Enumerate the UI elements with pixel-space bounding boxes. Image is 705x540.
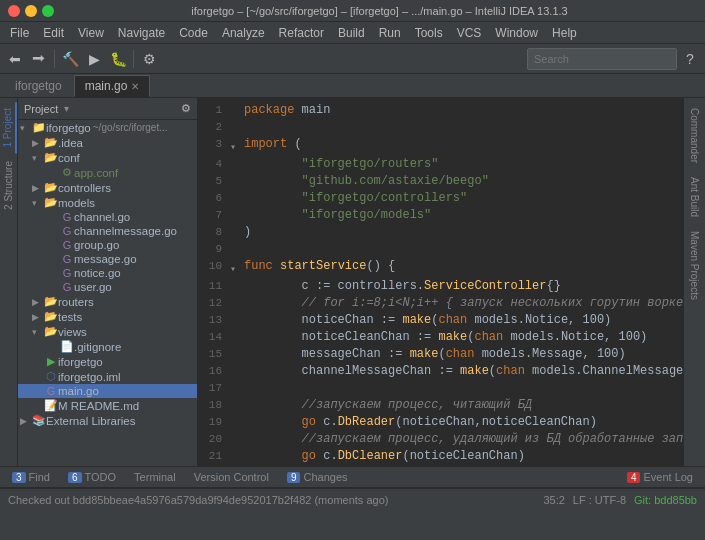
tree-user[interactable]: G user.go	[18, 280, 197, 294]
line-arrow-8	[230, 224, 244, 227]
tree-notice[interactable]: G notice.go	[18, 266, 197, 280]
toolbar-separator-2	[133, 50, 134, 68]
git-commit-status: Checked out bdd85bbeae4a5976a579da9f94de…	[8, 494, 388, 506]
editor-area: 1 package main 2 3 ▾ import ( 4 "iforget…	[198, 98, 683, 466]
changes-num: 9	[287, 472, 301, 483]
debug-button[interactable]: 🐛	[107, 48, 129, 70]
tree-iforgetgo-exe[interactable]: ▶ iforgetgo	[18, 354, 197, 369]
help-button[interactable]: ?	[679, 48, 701, 70]
tree-channelmessage[interactable]: G channelmessage.go	[18, 224, 197, 238]
tree-views[interactable]: ▾ 📂 views	[18, 324, 197, 339]
tree-idea[interactable]: ▶ 📂 .idea	[18, 135, 197, 150]
menu-item-view[interactable]: View	[72, 24, 110, 42]
extlibs-icon: 📚	[32, 414, 46, 427]
menu-item-vcs[interactable]: VCS	[451, 24, 488, 42]
todo-label: TODO	[85, 471, 117, 483]
menu-item-tools[interactable]: Tools	[409, 24, 449, 42]
line-arrow-2	[230, 119, 244, 122]
menu-item-code[interactable]: Code	[173, 24, 214, 42]
menu-item-run[interactable]: Run	[373, 24, 407, 42]
tree-controllers[interactable]: ▶ 📂 controllers	[18, 180, 197, 195]
line-arrow-15	[230, 346, 244, 349]
tree-routers[interactable]: ▶ 📂 routers	[18, 294, 197, 309]
tree-root[interactable]: ▾ 📁 iforgetgo ~/go/src/iforget...	[18, 120, 197, 135]
project-header-icon: ▾	[64, 103, 69, 114]
code-line-17: 17	[198, 380, 683, 397]
tree-maingo[interactable]: G main.go	[18, 384, 197, 398]
terminal-tab[interactable]: Terminal	[126, 467, 184, 487]
tree-models[interactable]: ▾ 📂 models	[18, 195, 197, 210]
tab-main-go[interactable]: main.go ✕	[74, 75, 151, 97]
tab-iforgetgo[interactable]: iforgetgo	[4, 75, 73, 97]
close-button[interactable]	[8, 5, 20, 17]
forward-button[interactable]: ⮕	[28, 48, 50, 70]
menu-item-file[interactable]: File	[4, 24, 35, 42]
code-line-13: 13 noticeChan := make(chan models.Notice…	[198, 312, 683, 329]
message-file-icon: G	[60, 253, 74, 265]
tree-tests[interactable]: ▶ 📂 tests	[18, 309, 197, 324]
models-folder-icon: 📂	[44, 196, 58, 209]
line-num-12: 12	[198, 295, 230, 312]
search-input[interactable]	[527, 48, 677, 70]
tree-message[interactable]: G message.go	[18, 252, 197, 266]
find-tab[interactable]: 3 Find	[4, 467, 58, 487]
tab-close-icon[interactable]: ✕	[131, 81, 139, 92]
todo-num: 6	[68, 472, 82, 483]
code-line-22: 22 //запускаем воркер уведомлений: он об…	[198, 465, 683, 466]
commander-tab-button[interactable]: Commander	[687, 102, 702, 169]
code-line-16: 16 channelMessageChan := make(chan model…	[198, 363, 683, 380]
project-panel: Project ▾ ⚙ ▾ 📁 iforgetgo ~/go/src/iforg…	[18, 98, 198, 466]
structure-tab-button[interactable]: 2 Structure	[1, 155, 16, 216]
tree-conf[interactable]: ▾ 📂 conf	[18, 150, 197, 165]
code-editor[interactable]: 1 package main 2 3 ▾ import ( 4 "iforget…	[198, 98, 683, 466]
line-num-1: 1	[198, 102, 230, 119]
menu-item-analyze[interactable]: Analyze	[216, 24, 271, 42]
appconf-file-icon: ⚙	[60, 166, 74, 179]
project-tree: ▾ 📁 iforgetgo ~/go/src/iforget... ▶ 📂 .i…	[18, 120, 197, 466]
todo-tab[interactable]: 6 TODO	[60, 467, 124, 487]
minimize-button[interactable]	[25, 5, 37, 17]
vcs-label: Version Control	[194, 471, 269, 483]
line-num-8: 8	[198, 224, 230, 241]
code-line-8: 8 )	[198, 224, 683, 241]
line-arrow-1	[230, 102, 244, 105]
vcs-tab[interactable]: Version Control	[186, 467, 277, 487]
menu-item-build[interactable]: Build	[332, 24, 371, 42]
back-button[interactable]: ⬅	[4, 48, 26, 70]
maven-projects-tab-button[interactable]: Maven Projects	[687, 225, 702, 306]
tab-main-go-label: main.go	[85, 79, 128, 93]
code-line-12: 12 // for i:=8;i<N;i++ { запуск нескольк…	[198, 295, 683, 312]
ant-build-tab-button[interactable]: Ant Build	[687, 171, 702, 223]
project-panel-header: Project ▾ ⚙	[18, 98, 197, 120]
maximize-button[interactable]	[42, 5, 54, 17]
line-arrow-13	[230, 312, 244, 315]
window-controls[interactable]	[8, 5, 54, 17]
tree-appconf[interactable]: ⚙ app.conf	[18, 165, 197, 180]
tree-group-label: group.go	[74, 239, 119, 251]
line-content-12: // for i:=8;i<N;i++ { запуск нескольких …	[244, 295, 683, 312]
tree-gitignore[interactable]: 📄 .gitignore	[18, 339, 197, 354]
build-button[interactable]: 🔨	[59, 48, 81, 70]
line-num-16: 16	[198, 363, 230, 380]
menu-item-help[interactable]: Help	[546, 24, 583, 42]
tree-iml[interactable]: ⬡ iforgetgo.iml	[18, 369, 197, 384]
settings-button[interactable]: ⚙	[138, 48, 160, 70]
event-log-tab[interactable]: 4 Event Log	[619, 467, 701, 487]
menu-item-edit[interactable]: Edit	[37, 24, 70, 42]
tree-iml-label: iforgetgo.iml	[58, 371, 121, 383]
line-num-21: 21	[198, 448, 230, 465]
changes-tab[interactable]: 9 Changes	[279, 467, 356, 487]
project-tab-button[interactable]: 1 Project	[0, 102, 17, 153]
menu-item-navigate[interactable]: Navigate	[112, 24, 171, 42]
tree-readme[interactable]: 📝 M README.md	[18, 398, 197, 413]
readme-file-icon: 📝	[44, 399, 58, 412]
run-button[interactable]: ▶	[83, 48, 105, 70]
menu-item-refactor[interactable]: Refactor	[273, 24, 330, 42]
menu-item-window[interactable]: Window	[489, 24, 544, 42]
settings-icon[interactable]: ⚙	[181, 102, 191, 115]
tree-external-libs[interactable]: ▶ 📚 External Libraries	[18, 413, 197, 428]
tree-channel[interactable]: G channel.go	[18, 210, 197, 224]
line-num-6: 6	[198, 190, 230, 207]
tree-group[interactable]: G group.go	[18, 238, 197, 252]
maingo-file-icon: G	[44, 385, 58, 397]
